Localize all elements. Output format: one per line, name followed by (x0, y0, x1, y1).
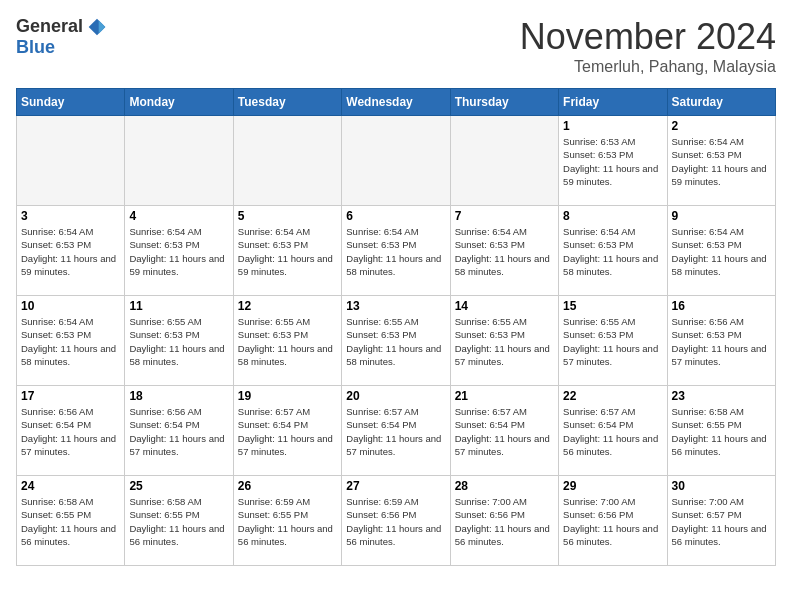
day-info: Sunrise: 6:54 AMSunset: 6:53 PMDaylight:… (21, 225, 120, 278)
calendar-cell: 1Sunrise: 6:53 AMSunset: 6:53 PMDaylight… (559, 116, 667, 206)
calendar-cell: 8Sunrise: 6:54 AMSunset: 6:53 PMDaylight… (559, 206, 667, 296)
day-number: 19 (238, 389, 337, 403)
day-number: 24 (21, 479, 120, 493)
weekday-header-monday: Monday (125, 89, 233, 116)
calendar-cell: 5Sunrise: 6:54 AMSunset: 6:53 PMDaylight… (233, 206, 341, 296)
calendar-cell: 15Sunrise: 6:55 AMSunset: 6:53 PMDayligh… (559, 296, 667, 386)
page-header: General Blue November 2024 Temerluh, Pah… (16, 16, 776, 76)
weekday-header-tuesday: Tuesday (233, 89, 341, 116)
day-info: Sunrise: 6:58 AMSunset: 6:55 PMDaylight:… (129, 495, 228, 548)
calendar-cell: 27Sunrise: 6:59 AMSunset: 6:56 PMDayligh… (342, 476, 450, 566)
svg-marker-1 (99, 20, 106, 33)
title-section: November 2024 Temerluh, Pahang, Malaysia (520, 16, 776, 76)
day-number: 12 (238, 299, 337, 313)
day-info: Sunrise: 6:55 AMSunset: 6:53 PMDaylight:… (238, 315, 337, 368)
day-number: 11 (129, 299, 228, 313)
day-number: 29 (563, 479, 662, 493)
day-info: Sunrise: 6:57 AMSunset: 6:54 PMDaylight:… (563, 405, 662, 458)
calendar-cell: 4Sunrise: 6:54 AMSunset: 6:53 PMDaylight… (125, 206, 233, 296)
day-info: Sunrise: 6:54 AMSunset: 6:53 PMDaylight:… (672, 135, 771, 188)
day-number: 13 (346, 299, 445, 313)
day-info: Sunrise: 6:58 AMSunset: 6:55 PMDaylight:… (21, 495, 120, 548)
day-number: 16 (672, 299, 771, 313)
day-info: Sunrise: 6:58 AMSunset: 6:55 PMDaylight:… (672, 405, 771, 458)
day-number: 23 (672, 389, 771, 403)
day-info: Sunrise: 7:00 AMSunset: 6:56 PMDaylight:… (455, 495, 554, 548)
calendar-cell: 11Sunrise: 6:55 AMSunset: 6:53 PMDayligh… (125, 296, 233, 386)
day-info: Sunrise: 6:56 AMSunset: 6:54 PMDaylight:… (21, 405, 120, 458)
day-number: 25 (129, 479, 228, 493)
day-number: 1 (563, 119, 662, 133)
logo-icon (87, 17, 107, 37)
logo-general-text: General (16, 16, 83, 37)
calendar-table: SundayMondayTuesdayWednesdayThursdayFrid… (16, 88, 776, 566)
day-number: 6 (346, 209, 445, 223)
calendar-cell (342, 116, 450, 206)
calendar-cell (450, 116, 558, 206)
day-number: 14 (455, 299, 554, 313)
day-info: Sunrise: 6:57 AMSunset: 6:54 PMDaylight:… (238, 405, 337, 458)
day-number: 7 (455, 209, 554, 223)
day-info: Sunrise: 6:55 AMSunset: 6:53 PMDaylight:… (129, 315, 228, 368)
day-number: 5 (238, 209, 337, 223)
day-info: Sunrise: 6:53 AMSunset: 6:53 PMDaylight:… (563, 135, 662, 188)
calendar-cell: 20Sunrise: 6:57 AMSunset: 6:54 PMDayligh… (342, 386, 450, 476)
week-row-2: 3Sunrise: 6:54 AMSunset: 6:53 PMDaylight… (17, 206, 776, 296)
day-info: Sunrise: 6:59 AMSunset: 6:56 PMDaylight:… (346, 495, 445, 548)
day-number: 21 (455, 389, 554, 403)
calendar-cell: 2Sunrise: 6:54 AMSunset: 6:53 PMDaylight… (667, 116, 775, 206)
day-info: Sunrise: 6:54 AMSunset: 6:53 PMDaylight:… (238, 225, 337, 278)
calendar-cell (17, 116, 125, 206)
day-info: Sunrise: 6:55 AMSunset: 6:53 PMDaylight:… (563, 315, 662, 368)
day-info: Sunrise: 6:54 AMSunset: 6:53 PMDaylight:… (21, 315, 120, 368)
day-info: Sunrise: 6:54 AMSunset: 6:53 PMDaylight:… (563, 225, 662, 278)
day-info: Sunrise: 6:54 AMSunset: 6:53 PMDaylight:… (455, 225, 554, 278)
calendar-cell (233, 116, 341, 206)
week-row-3: 10Sunrise: 6:54 AMSunset: 6:53 PMDayligh… (17, 296, 776, 386)
day-info: Sunrise: 6:55 AMSunset: 6:53 PMDaylight:… (346, 315, 445, 368)
calendar-cell: 17Sunrise: 6:56 AMSunset: 6:54 PMDayligh… (17, 386, 125, 476)
day-info: Sunrise: 6:56 AMSunset: 6:54 PMDaylight:… (129, 405, 228, 458)
day-info: Sunrise: 6:55 AMSunset: 6:53 PMDaylight:… (455, 315, 554, 368)
calendar-cell: 22Sunrise: 6:57 AMSunset: 6:54 PMDayligh… (559, 386, 667, 476)
day-number: 3 (21, 209, 120, 223)
day-number: 20 (346, 389, 445, 403)
calendar-cell: 3Sunrise: 6:54 AMSunset: 6:53 PMDaylight… (17, 206, 125, 296)
calendar-cell: 30Sunrise: 7:00 AMSunset: 6:57 PMDayligh… (667, 476, 775, 566)
logo-blue-text: Blue (16, 37, 55, 58)
day-number: 26 (238, 479, 337, 493)
day-info: Sunrise: 6:57 AMSunset: 6:54 PMDaylight:… (346, 405, 445, 458)
day-number: 9 (672, 209, 771, 223)
day-number: 2 (672, 119, 771, 133)
week-row-1: 1Sunrise: 6:53 AMSunset: 6:53 PMDaylight… (17, 116, 776, 206)
day-number: 10 (21, 299, 120, 313)
calendar-cell: 18Sunrise: 6:56 AMSunset: 6:54 PMDayligh… (125, 386, 233, 476)
calendar-cell: 23Sunrise: 6:58 AMSunset: 6:55 PMDayligh… (667, 386, 775, 476)
week-row-5: 24Sunrise: 6:58 AMSunset: 6:55 PMDayligh… (17, 476, 776, 566)
calendar-cell: 16Sunrise: 6:56 AMSunset: 6:53 PMDayligh… (667, 296, 775, 386)
day-info: Sunrise: 6:57 AMSunset: 6:54 PMDaylight:… (455, 405, 554, 458)
location-title: Temerluh, Pahang, Malaysia (520, 58, 776, 76)
day-number: 4 (129, 209, 228, 223)
day-info: Sunrise: 6:59 AMSunset: 6:55 PMDaylight:… (238, 495, 337, 548)
calendar-cell: 10Sunrise: 6:54 AMSunset: 6:53 PMDayligh… (17, 296, 125, 386)
calendar-cell: 14Sunrise: 6:55 AMSunset: 6:53 PMDayligh… (450, 296, 558, 386)
calendar-cell: 25Sunrise: 6:58 AMSunset: 6:55 PMDayligh… (125, 476, 233, 566)
weekday-header-saturday: Saturday (667, 89, 775, 116)
weekday-header-wednesday: Wednesday (342, 89, 450, 116)
month-title: November 2024 (520, 16, 776, 58)
day-number: 18 (129, 389, 228, 403)
day-number: 27 (346, 479, 445, 493)
weekday-header-row: SundayMondayTuesdayWednesdayThursdayFrid… (17, 89, 776, 116)
day-info: Sunrise: 6:54 AMSunset: 6:53 PMDaylight:… (346, 225, 445, 278)
day-number: 28 (455, 479, 554, 493)
day-info: Sunrise: 6:54 AMSunset: 6:53 PMDaylight:… (129, 225, 228, 278)
calendar-cell: 29Sunrise: 7:00 AMSunset: 6:56 PMDayligh… (559, 476, 667, 566)
day-info: Sunrise: 7:00 AMSunset: 6:56 PMDaylight:… (563, 495, 662, 548)
logo: General Blue (16, 16, 107, 58)
day-info: Sunrise: 6:56 AMSunset: 6:53 PMDaylight:… (672, 315, 771, 368)
day-number: 22 (563, 389, 662, 403)
calendar-cell (125, 116, 233, 206)
day-number: 30 (672, 479, 771, 493)
calendar-cell: 19Sunrise: 6:57 AMSunset: 6:54 PMDayligh… (233, 386, 341, 476)
